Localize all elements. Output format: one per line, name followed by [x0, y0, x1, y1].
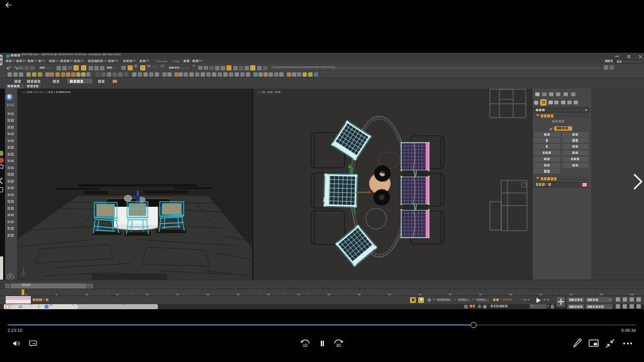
- svg-text:30: 30: [336, 344, 341, 348]
- svg-text:10: 10: [303, 344, 308, 348]
